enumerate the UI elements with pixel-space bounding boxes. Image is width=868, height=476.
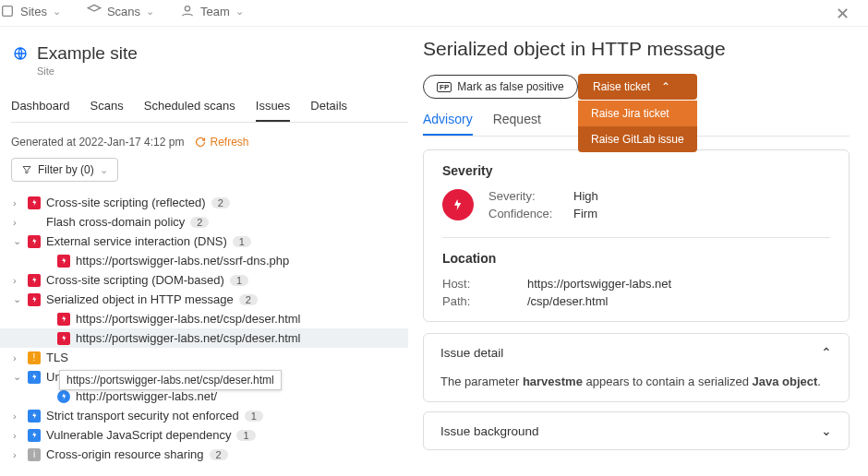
raise-gitlab-item[interactable]: Raise GitLab issue — [578, 126, 697, 152]
tree-row[interactable]: ›Vulnerable JavaScript dependency1 — [0, 425, 408, 445]
tab-dashboard[interactable]: Dashboard — [11, 91, 70, 122]
tree-row[interactable]: ⌄Serialized object in HTTP message2 — [0, 290, 408, 309]
filter-label: Filter by (0) — [38, 163, 94, 176]
count-badge: 1 — [236, 430, 255, 441]
raise-ticket-button[interactable]: Raise ticket ⌃ — [578, 74, 697, 100]
svg-rect-0 — [3, 6, 13, 17]
path-value: /csp/deser.html — [527, 294, 830, 308]
team-icon — [180, 4, 195, 18]
filter-icon — [21, 164, 32, 175]
nav-sites-label: Sites — [20, 5, 47, 18]
severity-high-icon — [28, 196, 41, 209]
chevron-down-icon: ⌄ — [146, 6, 154, 18]
count-badge: 1 — [245, 411, 263, 422]
severity-low-icon — [28, 371, 41, 384]
tree-row[interactable]: ›Cross-site scripting (DOM-based)1 — [0, 270, 408, 290]
chevron-right-icon: › — [13, 352, 22, 363]
issue-background-section: Issue background ⌄ — [423, 411, 850, 450]
chevron-right-icon: › — [13, 217, 22, 228]
issue-detail-section: Issue detail ⌃ The parameter harvestme a… — [423, 333, 850, 402]
chevron-right-icon: › — [13, 430, 22, 441]
count-badge: 2 — [190, 217, 209, 228]
nav-team[interactable]: Team ⌄ — [180, 4, 244, 18]
severity-low-icon — [28, 429, 41, 442]
close-icon[interactable]: ✕ — [836, 4, 850, 24]
refresh-icon — [195, 137, 206, 148]
host-value: https://portswigger-labs.net — [527, 277, 830, 291]
severity-icon — [442, 189, 474, 220]
tab-scheduled-scans[interactable]: Scheduled scans — [144, 91, 235, 122]
tab-advisory[interactable]: Advisory — [423, 106, 473, 136]
tree-row[interactable]: ›Strict transport security not enforced1 — [0, 406, 408, 425]
tree-label: https://portswigger-labs.net/csp/deser.h… — [76, 312, 301, 326]
chevron-right-icon: › — [13, 275, 22, 286]
tooltip: https://portswigger-labs.net/csp/deser.h… — [59, 370, 282, 390]
top-nav: Sites ⌄ Scans ⌄ Team ⌄ — [0, 0, 868, 27]
raise-ticket-menu: Raise Jira ticket Raise GitLab issue — [578, 101, 697, 152]
tree-row[interactable]: ›!TLS — [0, 348, 408, 367]
tab-details[interactable]: Details — [310, 91, 347, 122]
severity-high-icon — [57, 332, 70, 345]
issue-background-toggle[interactable]: Issue background ⌄ — [424, 412, 849, 449]
nav-scans[interactable]: Scans ⌄ — [87, 4, 154, 18]
false-positive-button[interactable]: FP Mark as false positive — [423, 75, 578, 99]
chevron-right-icon: › — [13, 449, 22, 460]
chevron-down-icon: ⌄ — [100, 164, 108, 176]
chevron-down-icon: ⌄ — [13, 371, 22, 383]
tree-label: https://portswigger-labs.net/ssrf-dns.ph… — [76, 254, 289, 268]
tree-row[interactable]: https://portswigger-labs.net/csp/deser.h… — [0, 328, 408, 348]
tab-scans[interactable]: Scans — [90, 91, 124, 122]
issue-detail-toggle[interactable]: Issue detail ⌃ — [424, 334, 849, 371]
severity-high-icon — [28, 293, 41, 306]
chevron-up-icon: ⌃ — [661, 80, 670, 93]
chevron-down-icon: ⌄ — [821, 423, 832, 438]
site-title: Example site — [37, 43, 138, 64]
svg-point-1 — [185, 6, 189, 11]
fp-icon: FP — [437, 82, 452, 92]
count-badge: 2 — [211, 197, 230, 208]
nav-scans-label: Scans — [107, 5, 140, 18]
detail-panel: Serialized object in HTTP message FP Mar… — [416, 27, 868, 475]
tree-row[interactable]: ›Flash cross-domain policy2 — [0, 212, 408, 232]
severity-info-icon: i — [28, 448, 41, 461]
tree-row[interactable]: ⌄External service interaction (DNS)1 — [0, 232, 408, 251]
issue-background-heading: Issue background — [440, 424, 539, 438]
host-label: Host: — [442, 277, 516, 291]
filter-button[interactable]: Filter by (0) ⌄ — [11, 158, 118, 182]
tree-row[interactable]: https://portswigger-labs.net/csp/deser.h… — [0, 309, 408, 328]
tab-request[interactable]: Request — [493, 106, 541, 136]
tree-label: TLS — [46, 351, 68, 364]
severity-value: High — [573, 189, 598, 203]
severity-card: Severity Severity: High Confidence: Firm… — [423, 149, 850, 322]
tree-label: Serialized object in HTTP message — [46, 292, 234, 306]
nav-sites[interactable]: Sites ⌄ — [0, 4, 61, 18]
confidence-value: Firm — [573, 207, 598, 220]
fp-label: Mark as false positive — [457, 80, 563, 93]
severity-high-icon — [57, 313, 70, 326]
tree-row[interactable]: ›iCross-origin resource sharing2 — [0, 445, 408, 464]
chevron-right-icon: › — [13, 411, 22, 422]
tree-row[interactable]: https://portswigger-labs.net/ssrf-dns.ph… — [0, 251, 408, 270]
chevron-right-icon: › — [13, 197, 22, 208]
tree-label: Cross-site scripting (reflected) — [46, 196, 206, 209]
tree-label: Cross-origin resource sharing — [46, 447, 204, 461]
raise-jira-item[interactable]: Raise Jira ticket — [578, 101, 697, 126]
refresh-label: Refresh — [210, 136, 248, 149]
refresh-button[interactable]: Refresh — [195, 136, 248, 149]
severity-high-icon — [28, 235, 41, 248]
chevron-down-icon: ⌄ — [235, 6, 244, 18]
tree-label: Cross-site scripting (DOM-based) — [46, 273, 224, 287]
left-panel: Example site Site DashboardScansSchedule… — [0, 27, 416, 475]
raise-label: Raise ticket — [593, 80, 650, 93]
severity-low-icon — [28, 410, 41, 422]
severity-heading: Severity — [442, 163, 830, 178]
severity-low-icon — [57, 390, 70, 403]
confidence-label: Confidence: — [488, 207, 562, 220]
path-label: Path: — [442, 294, 516, 308]
tab-issues[interactable]: Issues — [256, 91, 291, 122]
chevron-up-icon: ⌃ — [821, 345, 832, 360]
severity-high-icon — [28, 274, 41, 287]
tree-label: Vulnerable JavaScript dependency — [46, 428, 231, 442]
count-badge: 1 — [233, 236, 251, 247]
tree-row[interactable]: ›Cross-site scripting (reflected)2 — [0, 193, 408, 212]
